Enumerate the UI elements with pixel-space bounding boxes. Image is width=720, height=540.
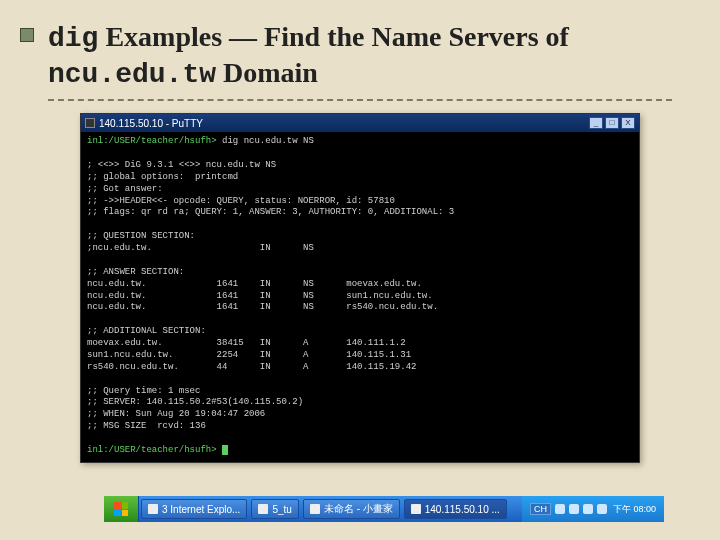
windows-logo-icon (114, 502, 128, 516)
slide-title: dig Examples — Find the Name Servers of … (48, 20, 672, 91)
term-line: ncu.edu.tw. 1641 IN NS moevax.edu.tw. (87, 279, 422, 289)
term-line: ;; QUESTION SECTION: (87, 231, 195, 241)
app-icon (310, 504, 320, 514)
maximize-button[interactable]: □ (605, 117, 619, 129)
shell-prompt: inl:/USER/teacher/hsufh> (87, 445, 222, 455)
term-line: ;; ANSWER SECTION: (87, 267, 184, 277)
taskbar-item-label: 140.115.50.10 ... (425, 504, 500, 515)
language-indicator[interactable]: CH (530, 503, 551, 515)
term-line: moevax.edu.tw. 38415 IN A 140.111.1.2 (87, 338, 406, 348)
app-icon (148, 504, 158, 514)
system-tray: CH 下午 08:00 (522, 496, 664, 522)
start-button[interactable] (104, 496, 139, 522)
tray-icon[interactable] (583, 504, 593, 514)
taskbar-item-ie[interactable]: 3 Internet Explo... (141, 499, 247, 519)
putty-window: 140.115.50.10 - PuTTY _ □ X inl:/USER/te… (80, 113, 640, 463)
term-line: ncu.edu.tw. 1641 IN NS rs540.ncu.edu.tw. (87, 302, 438, 312)
term-line: ;; global options: printcmd (87, 172, 238, 182)
term-line: ;; MSG SIZE rcvd: 136 (87, 421, 206, 431)
window-titlebar[interactable]: 140.115.50.10 - PuTTY _ □ X (81, 114, 639, 132)
title-text-1: Examples — Find the Name Servers of (98, 21, 569, 52)
term-line: ;; flags: qr rd ra; QUERY: 1, ANSWER: 3,… (87, 207, 454, 217)
taskbar-item-5tu[interactable]: 5_tu (251, 499, 298, 519)
term-line: ;; SERVER: 140.115.50.2#53(140.115.50.2) (87, 397, 303, 407)
title-cmd: dig (48, 23, 98, 54)
title-domain: ncu.edu.tw (48, 59, 216, 90)
slide-bullet-icon (20, 28, 34, 42)
terminal-cursor (222, 445, 228, 455)
term-line: rs540.ncu.edu.tw. 44 IN A 140.115.19.42 (87, 362, 416, 372)
app-icon (258, 504, 268, 514)
app-icon (411, 504, 421, 514)
tray-icon[interactable] (569, 504, 579, 514)
term-line: ;; Got answer: (87, 184, 163, 194)
title-divider (48, 99, 672, 101)
taskbar-item-paint[interactable]: 未命名 - 小畫家 (303, 499, 400, 519)
term-line: ;; ->>HEADER<<- opcode: QUERY, status: N… (87, 196, 395, 206)
taskbar-item-label: 未命名 - 小畫家 (324, 502, 393, 516)
tray-icon[interactable] (555, 504, 565, 514)
taskbar-clock[interactable]: 下午 08:00 (613, 503, 656, 516)
windows-taskbar: 3 Internet Explo... 5_tu 未命名 - 小畫家 140.1… (104, 496, 664, 522)
term-line: ;; ADDITIONAL SECTION: (87, 326, 206, 336)
taskbar-item-label: 5_tu (272, 504, 291, 515)
minimize-button[interactable]: _ (589, 117, 603, 129)
taskbar-item-label: 3 Internet Explo... (162, 504, 240, 515)
term-line: ;; WHEN: Sun Aug 20 19:04:47 2006 (87, 409, 265, 419)
terminal-body[interactable]: inl:/USER/teacher/hsufh> dig ncu.edu.tw … (81, 132, 639, 462)
title-text-2: Domain (216, 57, 318, 88)
shell-command: dig ncu.edu.tw NS (222, 136, 314, 146)
putty-icon (85, 118, 95, 128)
shell-prompt: inl:/USER/teacher/hsufh> (87, 136, 222, 146)
taskbar-items: 3 Internet Explo... 5_tu 未命名 - 小畫家 140.1… (139, 496, 509, 522)
tray-icon[interactable] (597, 504, 607, 514)
term-line: ; <<>> DiG 9.3.1 <<>> ncu.edu.tw NS (87, 160, 276, 170)
taskbar-item-putty[interactable]: 140.115.50.10 ... (404, 499, 507, 519)
term-line: ;; Query time: 1 msec (87, 386, 200, 396)
window-title: 140.115.50.10 - PuTTY (99, 118, 589, 129)
close-button[interactable]: X (621, 117, 635, 129)
term-line: ncu.edu.tw. 1641 IN NS sun1.ncu.edu.tw. (87, 291, 433, 301)
term-line: ;ncu.edu.tw. IN NS (87, 243, 314, 253)
term-line: sun1.ncu.edu.tw. 2254 IN A 140.115.1.31 (87, 350, 411, 360)
